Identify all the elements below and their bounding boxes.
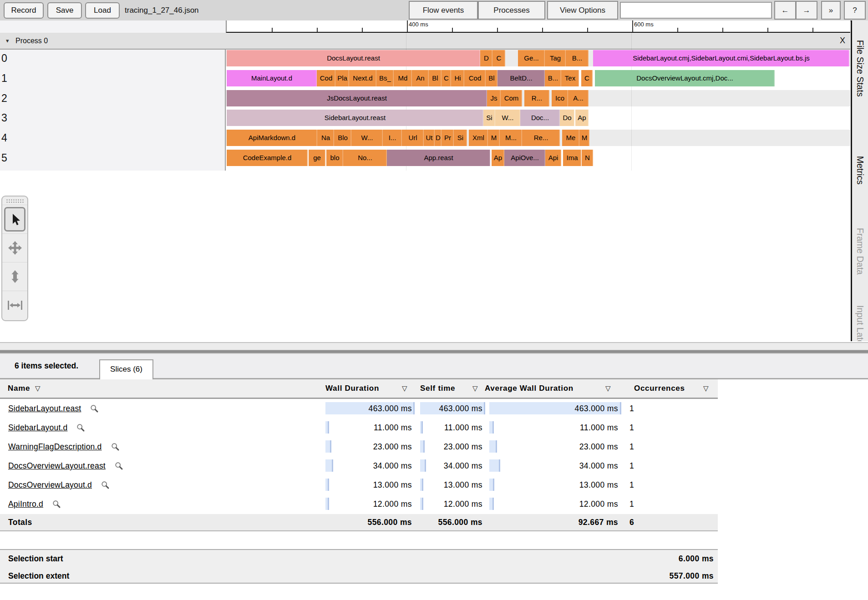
magnifier-icon[interactable] bbox=[52, 500, 61, 509]
column-header-name[interactable]: Name bbox=[8, 379, 30, 398]
flame-slice[interactable]: Si bbox=[454, 130, 467, 146]
sort-arrow-icon[interactable]: ▽ bbox=[472, 379, 478, 398]
flame-slice[interactable]: Na bbox=[317, 130, 334, 146]
flame-slice[interactable]: An bbox=[412, 70, 429, 86]
slice-name-link[interactable]: SidebarLayout.d bbox=[8, 418, 85, 437]
timing-tool[interactable] bbox=[2, 291, 27, 319]
find-previous-button[interactable]: ← bbox=[774, 1, 796, 20]
flame-slice[interactable]: Ut bbox=[424, 130, 435, 146]
flame-slice[interactable]: I... bbox=[383, 130, 402, 146]
flame-slice[interactable]: Md bbox=[394, 70, 412, 86]
flame-slice[interactable]: ApiMarkdown.d bbox=[227, 130, 317, 146]
flame-slice[interactable]: Me bbox=[562, 130, 579, 146]
collapse-arrow-icon[interactable]: ▾ bbox=[6, 33, 9, 49]
magnifier-icon[interactable] bbox=[90, 404, 99, 413]
magnifier-icon[interactable] bbox=[115, 462, 123, 470]
help-button[interactable]: ? bbox=[844, 1, 866, 20]
flame-slice[interactable]: Ima bbox=[563, 150, 581, 166]
flow-events-button[interactable]: Flow events bbox=[409, 1, 478, 20]
flame-slice[interactable]: W... bbox=[495, 110, 520, 126]
flame-slice[interactable]: B... bbox=[566, 50, 589, 66]
flame-slice[interactable]: ApiOve... bbox=[504, 150, 545, 166]
flame-slice[interactable]: Api bbox=[545, 150, 561, 166]
flame-slice[interactable]: Blo bbox=[334, 130, 351, 146]
close-icon[interactable]: X bbox=[837, 33, 848, 49]
slice-name-link[interactable]: WarningFlagDescription.d bbox=[8, 437, 120, 456]
flame-slice[interactable]: Ap bbox=[492, 150, 504, 166]
flame-slice[interactable]: D bbox=[435, 130, 442, 146]
sidebar-tab-metrics[interactable]: Metrics bbox=[855, 156, 865, 185]
select-tool[interactable] bbox=[2, 205, 27, 233]
flame-slice[interactable]: Ap bbox=[575, 110, 589, 126]
toolbox-drag-handle[interactable] bbox=[6, 199, 24, 203]
flame-slice[interactable]: SidebarLayout.cmj,SidebarLayout.cmi,Side… bbox=[593, 50, 849, 66]
magnifier-icon[interactable] bbox=[111, 443, 120, 451]
flame-slice[interactable]: A... bbox=[568, 90, 589, 106]
flame-slice[interactable]: Tex bbox=[561, 70, 579, 86]
sort-arrow-icon[interactable]: ▽ bbox=[402, 379, 407, 398]
sort-arrow-icon[interactable]: ▽ bbox=[35, 379, 41, 398]
slice-name-link[interactable]: DocsOverviewLayout.d bbox=[8, 475, 110, 494]
sort-arrow-icon[interactable]: ▽ bbox=[703, 379, 709, 398]
flame-slice[interactable]: Tag bbox=[545, 50, 566, 66]
column-header-average-wall-duration[interactable]: Average Wall Duration bbox=[485, 379, 574, 398]
flame-slice[interactable]: Xml bbox=[469, 130, 488, 146]
sidebar-tab-input-latency[interactable]: Input Latency bbox=[855, 305, 865, 342]
slice-name-link[interactable]: ApiIntro.d bbox=[8, 494, 61, 514]
flame-slice[interactable]: Bs_ bbox=[376, 70, 394, 86]
flame-slice[interactable]: B... bbox=[545, 70, 561, 86]
search-input[interactable] bbox=[620, 2, 772, 19]
flame-slice[interactable]: Bl bbox=[429, 70, 442, 86]
sidebar-tab-file-size-stats[interactable]: File Size Stats bbox=[855, 40, 865, 97]
flame-slice[interactable]: Si bbox=[483, 110, 495, 126]
processes-button[interactable]: Processes bbox=[478, 1, 545, 20]
flame-slice[interactable]: Do bbox=[560, 110, 574, 126]
flame-slice[interactable]: MainLayout.d bbox=[227, 70, 317, 86]
flame-slice[interactable]: M bbox=[579, 130, 589, 146]
column-header-self-time[interactable]: Self time bbox=[420, 379, 455, 398]
flame-slice[interactable]: C bbox=[581, 70, 593, 86]
process-header[interactable]: ▾ Process 0 X bbox=[0, 33, 850, 50]
tab-slices[interactable]: Slices (6) bbox=[99, 359, 153, 379]
find-next-button[interactable]: → bbox=[796, 1, 817, 20]
flame-slice[interactable]: D bbox=[480, 50, 492, 66]
flame-slice[interactable]: Pla bbox=[335, 70, 349, 86]
flame-slice[interactable]: App.reast bbox=[387, 150, 490, 166]
pan-tool[interactable] bbox=[2, 233, 27, 262]
flame-slice[interactable]: Hi bbox=[451, 70, 464, 86]
magnifier-icon[interactable] bbox=[101, 481, 110, 489]
zoom-vertical-tool[interactable] bbox=[2, 262, 27, 291]
slice-name-link[interactable]: SidebarLayout.reast bbox=[8, 399, 99, 418]
column-header-occurrences[interactable]: Occurrences bbox=[634, 379, 685, 398]
record-button[interactable]: Record bbox=[4, 2, 44, 19]
flame-slice[interactable]: Com bbox=[501, 90, 522, 106]
flame-slice[interactable]: R... bbox=[524, 90, 549, 106]
flame-slice[interactable]: M bbox=[488, 130, 500, 146]
flame-slice[interactable]: C bbox=[492, 50, 505, 66]
flame-slice[interactable]: No... bbox=[343, 150, 387, 166]
sort-arrow-icon[interactable]: ▽ bbox=[605, 379, 611, 398]
flame-slice[interactable]: Cod bbox=[464, 70, 486, 86]
timeline-ruler[interactable]: 400 ms600 ms bbox=[226, 20, 850, 33]
load-button[interactable]: Load bbox=[85, 2, 120, 19]
flame-slice[interactable]: BeltD... bbox=[497, 70, 545, 86]
flame-slice[interactable]: ge bbox=[309, 150, 325, 166]
flame-slice[interactable]: Ico bbox=[552, 90, 568, 106]
slice-name-link[interactable]: DocsOverviewLayout.reast bbox=[8, 456, 123, 475]
horizontal-splitter[interactable] bbox=[0, 341, 868, 354]
sidebar-tab-frame-data[interactable]: Frame Data bbox=[855, 228, 865, 275]
flame-slice[interactable]: W... bbox=[351, 130, 383, 146]
flame-slice[interactable]: Pr bbox=[442, 130, 454, 146]
flame-slice[interactable]: Ge... bbox=[518, 50, 545, 66]
view-options-button[interactable]: View Options bbox=[547, 1, 618, 20]
flame-slice[interactable]: blo bbox=[326, 150, 343, 166]
flame-slice[interactable]: Js bbox=[487, 90, 501, 106]
column-header-wall-duration[interactable]: Wall Duration bbox=[325, 379, 379, 398]
flame-slice[interactable]: CodeExample.d bbox=[227, 150, 308, 166]
flame-slice[interactable]: Url bbox=[402, 130, 424, 146]
expand-button[interactable]: » bbox=[821, 1, 841, 20]
flame-slice[interactable]: M... bbox=[500, 130, 522, 146]
flame-slice[interactable]: N bbox=[582, 150, 593, 166]
flame-slice[interactable]: Bl bbox=[486, 70, 497, 86]
flame-slice[interactable]: Next.d bbox=[349, 70, 376, 86]
